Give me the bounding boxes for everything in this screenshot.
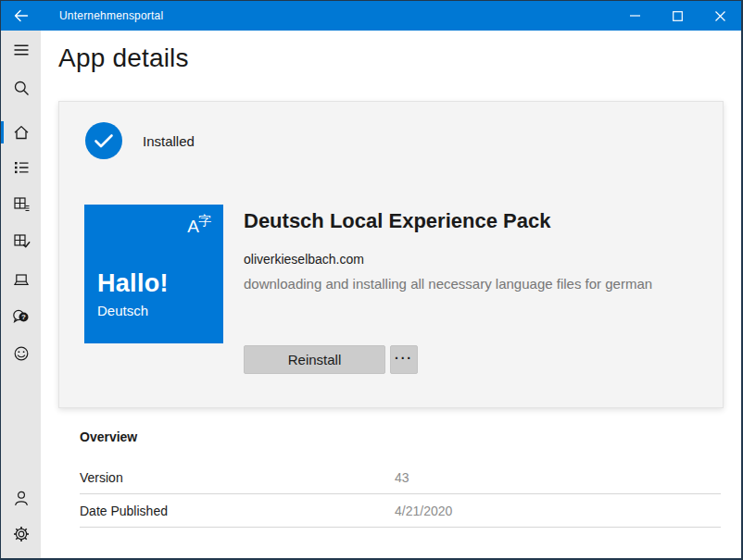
sidebar-item-all-apps[interactable] [1, 190, 41, 219]
sidebar-item-app-categories[interactable] [1, 153, 41, 182]
overview-table: Version 43 Date Published 4/21/2020 [80, 461, 721, 528]
help-icon: ? [11, 307, 31, 326]
profile-icon [12, 489, 31, 507]
app-title: Deutsch Local Experience Pack [244, 207, 550, 235]
active-indicator [1, 121, 4, 143]
table-row-version: Version 43 [80, 461, 721, 494]
sidebar-item-profile[interactable] [1, 483, 41, 513]
close-button[interactable] [699, 1, 741, 31]
install-status-label: Installed [143, 133, 195, 149]
language-pack-icon: A 字 [187, 218, 211, 235]
app-window: Unternehmensportal [0, 0, 743, 560]
language-icon-cjk: 字 [198, 214, 211, 227]
app-tile: A 字 Hallo! Deutsch [84, 205, 223, 343]
action-buttons: Reinstall ··· [244, 345, 418, 374]
minimize-icon [630, 15, 640, 17]
sidebar: ? [1, 31, 41, 558]
app-publisher: oliverkieselbach.com [244, 250, 364, 268]
more-options-button[interactable]: ··· [390, 345, 418, 374]
overview-heading: Overview [80, 429, 137, 444]
maximize-icon [673, 11, 683, 21]
row-value: 4/21/2020 [395, 504, 452, 518]
row-label: Version [80, 470, 123, 485]
apps-grid-icon [12, 195, 31, 214]
window-title: Unternehmensportal [59, 9, 163, 22]
titlebar: Unternehmensportal [1, 1, 741, 31]
install-status: Installed [85, 122, 195, 159]
minimize-button[interactable] [613, 1, 656, 31]
sidebar-item-help[interactable]: ? [1, 302, 41, 331]
tile-greeting: Hallo! [97, 269, 169, 298]
app-description: downloading and installing all necessary… [244, 275, 652, 293]
window-controls [613, 1, 741, 31]
sidebar-menu-button[interactable] [1, 35, 41, 65]
installed-check-badge [85, 122, 122, 159]
sidebar-item-search[interactable] [1, 73, 41, 103]
hamburger-icon [12, 41, 31, 59]
installed-apps-icon [12, 232, 31, 251]
row-value: 43 [395, 470, 409, 485]
svg-text:?: ? [21, 313, 26, 321]
app-detail-card: Installed A 字 Hallo! Deutsch Deutsch Loc… [58, 101, 724, 408]
search-icon [12, 79, 31, 97]
sidebar-item-home[interactable] [1, 118, 41, 147]
settings-icon [12, 525, 31, 543]
tile-language: Deutsch [97, 303, 148, 318]
back-button[interactable] [1, 1, 41, 31]
checkmark-icon [85, 122, 122, 159]
sidebar-item-installed-apps[interactable] [1, 227, 41, 256]
devices-icon [12, 270, 31, 289]
sidebar-item-devices[interactable] [1, 265, 41, 294]
sidebar-item-settings[interactable] [1, 519, 41, 549]
sidebar-item-feedback[interactable] [1, 339, 41, 368]
row-label: Date Published [80, 504, 168, 518]
page-title: App details [58, 44, 189, 73]
close-icon [715, 11, 725, 21]
maximize-button[interactable] [656, 1, 699, 31]
reinstall-button[interactable]: Reinstall [244, 345, 385, 374]
back-arrow-icon [13, 8, 29, 23]
list-icon [12, 158, 31, 177]
home-icon [12, 123, 31, 142]
table-row-date-published: Date Published 4/21/2020 [80, 494, 721, 528]
feedback-icon [12, 344, 31, 363]
